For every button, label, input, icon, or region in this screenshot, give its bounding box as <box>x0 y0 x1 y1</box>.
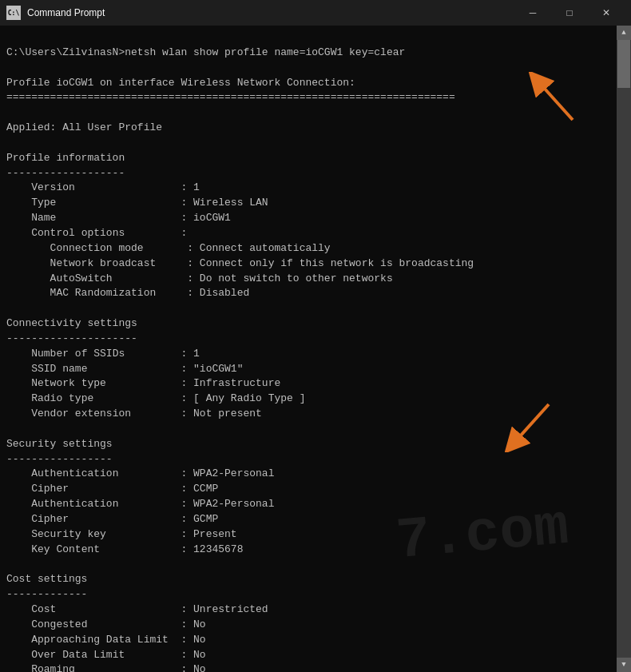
titlebar: C:\ Command Prompt ─ □ ✕ <box>0 0 631 26</box>
scrollbar: ▲ ▼ <box>617 26 631 672</box>
terminal-output[interactable]: 7.com C:\Users\ZilvinasN>netsh wlan show… <box>0 26 617 672</box>
maximize-button[interactable]: □ <box>551 0 588 26</box>
scroll-up-button[interactable]: ▲ <box>617 26 631 40</box>
minimize-button[interactable]: ─ <box>514 0 551 26</box>
scroll-down-button[interactable]: ▼ <box>617 658 631 672</box>
window: C:\ Command Prompt ─ □ ✕ <box>0 0 631 672</box>
content-area: 7.com C:\Users\ZilvinasN>netsh wlan show… <box>0 26 631 672</box>
window-controls: ─ □ ✕ <box>514 0 625 26</box>
scroll-thumb[interactable] <box>617 40 630 88</box>
scroll-track[interactable] <box>617 40 631 658</box>
close-button[interactable]: ✕ <box>588 0 625 26</box>
terminal-text: C:\Users\ZilvinasN>netsh wlan show profi… <box>6 30 610 672</box>
window-title: Command Prompt <box>27 7 514 18</box>
app-icon: C:\ <box>6 6 21 20</box>
